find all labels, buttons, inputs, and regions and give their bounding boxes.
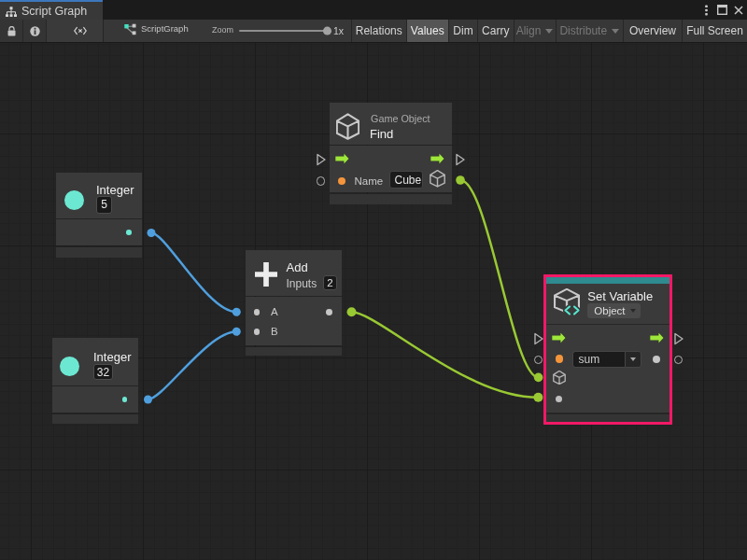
toolbar-button-align[interactable]: Align — [514, 20, 556, 42]
name-in-port[interactable] — [534, 356, 543, 365]
zoom-slider-handle[interactable] — [323, 27, 331, 35]
dropdown-arrow-icon — [612, 29, 619, 34]
toolbar-button-label: Carry — [482, 24, 509, 37]
game-object-cube-icon — [336, 113, 359, 140]
wire-endpoint-dot[interactable] — [233, 308, 241, 316]
output-port-dot[interactable] — [126, 230, 132, 235]
port-a-dot[interactable] — [254, 309, 261, 315]
toolbar-button-distribute[interactable]: Distribute — [556, 20, 624, 42]
value-out-port[interactable] — [674, 356, 684, 365]
flow-in-arrow[interactable] — [335, 153, 349, 164]
sum-output-dot[interactable] — [326, 309, 332, 315]
script-graph-asset-icon — [124, 23, 137, 35]
kind-dropdown[interactable]: Object — [587, 303, 641, 318]
close-icon[interactable] — [730, 0, 746, 20]
toolbar-button-label: Full Screen — [686, 24, 743, 37]
flow-out-port[interactable] — [674, 332, 684, 345]
flow-out-port[interactable] — [456, 153, 465, 166]
name-value-field[interactable]: Cube — [389, 171, 423, 189]
port-b-label: B — [271, 326, 278, 337]
wire-endpoint-dot[interactable] — [347, 307, 357, 316]
wire[interactable] — [148, 331, 237, 399]
wire-endpoint-dot[interactable] — [534, 373, 543, 383]
game-object-output-icon[interactable] — [430, 170, 445, 188]
output-port-dot[interactable] — [122, 397, 128, 402]
zoom-label: Zoom — [212, 25, 233, 35]
variable-kind-bar — [546, 277, 669, 284]
wire-endpoint-dot[interactable] — [533, 393, 543, 402]
wire-endpoint-dot[interactable] — [233, 328, 241, 336]
kebab-menu-icon[interactable] — [698, 0, 714, 20]
value-out-dot[interactable] — [653, 356, 660, 363]
toolbar-button-label: Overview — [629, 24, 676, 37]
port-b-dot[interactable] — [254, 329, 261, 335]
node-set-variable[interactable]: Set Variable Object sum — [543, 274, 672, 425]
toolbar-button-label: Relations — [356, 24, 402, 37]
add-plus-icon — [254, 261, 278, 287]
toolbar-button-full-screen[interactable]: Full Screen — [682, 20, 747, 42]
integer-value-field[interactable]: 32 — [93, 364, 113, 380]
wire-endpoint-dot[interactable] — [144, 396, 152, 404]
tab-title: Script Graph — [21, 5, 87, 18]
toolbar-button-overview[interactable]: Overview — [623, 20, 682, 42]
kind-value: Object — [594, 305, 625, 316]
maximize-icon[interactable] — [714, 0, 730, 20]
toolbar-button-label: Dim — [453, 24, 472, 37]
name-port-dot[interactable] — [338, 177, 345, 185]
toolbar: ScriptGraph Zoom 1x RelationsValuesDimCa… — [0, 20, 747, 43]
toolbar-button-label: Align — [516, 24, 542, 37]
flow-out-arrow[interactable] — [650, 332, 664, 343]
wire[interactable] — [352, 312, 539, 398]
flow-out-arrow[interactable] — [430, 153, 444, 164]
toolbar-button-label: Values — [411, 24, 444, 37]
dropdown-arrow-icon — [630, 309, 636, 313]
wire-endpoint-dot[interactable] — [456, 175, 465, 185]
zoom-slider[interactable] — [239, 30, 329, 32]
variable-name-field[interactable]: sum — [572, 351, 626, 368]
info-button[interactable] — [22, 20, 46, 42]
node-subtitle: Game Object — [371, 114, 430, 124]
name-in-port[interactable] — [317, 176, 326, 186]
graph-canvas[interactable]: Integer 5 Integer 32 — [0, 43, 747, 560]
toolbar-button-label: Distribute — [559, 24, 607, 37]
wire[interactable] — [151, 233, 236, 313]
value-in-dot[interactable] — [556, 396, 562, 402]
integer-type-icon — [60, 357, 79, 376]
object-port-cube-icon[interactable] — [553, 371, 566, 385]
variable-name-dropdown[interactable] — [625, 351, 641, 368]
window-controls — [698, 0, 747, 20]
lock-button[interactable] — [0, 20, 22, 42]
tab-script-graph[interactable]: Script Graph — [0, 0, 103, 20]
inputs-label: Inputs — [287, 278, 317, 289]
toolbar-buttons: RelationsValuesDimCarryAlignDistributeOv… — [351, 20, 747, 42]
toolbar-button-dim[interactable]: Dim — [448, 20, 477, 42]
integer-value-field[interactable]: 5 — [96, 196, 112, 214]
breadcrumb-label[interactable]: ScriptGraph — [141, 23, 189, 34]
graph-hierarchy-icon — [6, 7, 17, 18]
node-integer-5[interactable]: Integer 5 — [56, 173, 142, 258]
node-find[interactable]: Game Object Find Name Cube — [330, 103, 452, 204]
node-title: Find — [370, 128, 393, 140]
flow-in-port[interactable] — [317, 153, 326, 166]
wire[interactable] — [460, 180, 539, 377]
node-title: Set Variable — [587, 290, 653, 302]
flow-in-arrow[interactable] — [552, 332, 566, 343]
code-x-icon — [74, 26, 87, 35]
node-integer-32[interactable]: Integer 32 — [52, 338, 138, 424]
name-label: Name — [355, 175, 384, 187]
node-title: Integer — [96, 184, 134, 196]
wire-endpoint-dot[interactable] — [148, 229, 156, 237]
toolbar-button-values[interactable]: Values — [406, 20, 449, 42]
code-button[interactable] — [46, 20, 104, 42]
toolbar-button-carry[interactable]: Carry — [477, 20, 514, 42]
inputs-count-field[interactable]: 2 — [323, 275, 337, 290]
toolbar-button-relations[interactable]: Relations — [351, 20, 406, 42]
variable-chevrons-icon — [563, 305, 581, 315]
variable-name-port-dot[interactable] — [556, 355, 563, 362]
flow-in-port[interactable] — [534, 332, 543, 345]
info-icon — [30, 26, 40, 36]
integer-type-icon — [64, 190, 84, 210]
title-bar: Script Graph — [0, 0, 747, 20]
node-add[interactable]: Add Inputs 2 A B — [246, 250, 342, 356]
node-title: Add — [287, 261, 308, 273]
